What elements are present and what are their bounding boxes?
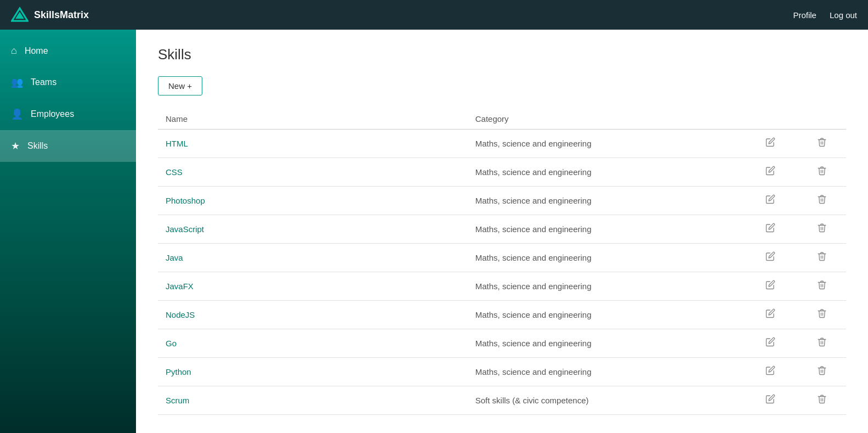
skill-edit-cell	[743, 301, 798, 329]
topnav: SkillsMatrix Profile Log out	[0, 0, 868, 30]
skill-delete-cell	[798, 244, 846, 272]
skill-name-cell: Java	[158, 244, 468, 272]
main-layout: ⌂ Home 👥 Teams 👤 Employees ★ Skills Skil…	[0, 30, 868, 433]
skill-edit-cell	[743, 272, 798, 301]
logo-icon	[11, 6, 29, 24]
skill-name-cell: JavaScript	[158, 215, 468, 244]
skill-name-cell: Go	[158, 329, 468, 358]
edit-icon[interactable]	[765, 396, 775, 406]
skill-name-cell: JavaFX	[158, 272, 468, 301]
skill-category-cell: Maths, science and engineering	[468, 358, 743, 386]
topnav-links: Profile Log out	[793, 10, 857, 20]
app-name: SkillsMatrix	[34, 9, 89, 21]
skill-category-cell: Maths, science and engineering	[468, 187, 743, 215]
page-title: Skills	[158, 46, 846, 63]
edit-icon[interactable]	[765, 224, 775, 235]
edit-icon[interactable]	[765, 282, 775, 292]
delete-icon[interactable]	[817, 282, 827, 292]
delete-icon[interactable]	[817, 396, 827, 406]
skill-delete-cell	[798, 358, 846, 386]
edit-icon[interactable]	[765, 253, 775, 263]
home-icon: ⌂	[11, 45, 17, 57]
skill-edit-cell	[743, 187, 798, 215]
skill-category-cell: Maths, science and engineering	[468, 272, 743, 301]
skill-delete-cell	[798, 272, 846, 301]
delete-icon[interactable]	[817, 339, 827, 349]
col-delete-header	[798, 109, 846, 130]
skill-name-cell: HTML	[158, 130, 468, 158]
table-row: PythonMaths, science and engineering	[158, 358, 846, 386]
table-row: JavaFXMaths, science and engineering	[158, 272, 846, 301]
sidebar-item-skills-label: Skills	[27, 141, 48, 151]
skill-edit-cell	[743, 158, 798, 187]
delete-icon[interactable]	[817, 310, 827, 320]
skill-category-cell: Maths, science and engineering	[468, 301, 743, 329]
sidebar-item-home-label: Home	[25, 46, 48, 56]
col-name-header: Name	[158, 109, 468, 130]
sidebar-item-teams-label: Teams	[31, 77, 56, 87]
skill-category-cell: Maths, science and engineering	[468, 130, 743, 158]
skill-delete-cell	[798, 386, 846, 415]
edit-icon[interactable]	[765, 196, 775, 206]
skill-name-cell: Scrum	[158, 386, 468, 415]
table-row: NodeJSMaths, science and engineering	[158, 301, 846, 329]
edit-icon[interactable]	[765, 310, 775, 320]
skill-delete-cell	[798, 215, 846, 244]
skill-name-cell: NodeJS	[158, 301, 468, 329]
sidebar: ⌂ Home 👥 Teams 👤 Employees ★ Skills	[0, 30, 136, 433]
skill-name-cell: Photoshop	[158, 187, 468, 215]
edit-icon[interactable]	[765, 139, 775, 149]
delete-icon[interactable]	[817, 224, 827, 235]
skill-delete-cell	[798, 187, 846, 215]
table-row: CSSMaths, science and engineering	[158, 158, 846, 187]
skill-category-cell: Maths, science and engineering	[468, 329, 743, 358]
main-content: Skills New + Name Category HTMLMaths, sc…	[136, 30, 868, 433]
skill-delete-cell	[798, 329, 846, 358]
sidebar-item-teams[interactable]: 👥 Teams	[0, 66, 136, 98]
skill-delete-cell	[798, 130, 846, 158]
delete-icon[interactable]	[817, 139, 827, 149]
table-row: ScrumSoft skills (& civic competence)	[158, 386, 846, 415]
skill-category-cell: Soft skills (& civic competence)	[468, 386, 743, 415]
delete-icon[interactable]	[817, 367, 827, 378]
table-row: HTMLMaths, science and engineering	[158, 130, 846, 158]
skills-table: Name Category HTMLMaths, science and eng…	[158, 109, 846, 415]
new-skill-button[interactable]: New +	[158, 76, 202, 95]
profile-link[interactable]: Profile	[793, 10, 816, 20]
skill-category-cell: Maths, science and engineering	[468, 158, 743, 187]
skill-edit-cell	[743, 130, 798, 158]
skill-edit-cell	[743, 329, 798, 358]
skill-edit-cell	[743, 215, 798, 244]
skill-edit-cell	[743, 386, 798, 415]
table-row: PhotoshopMaths, science and engineering	[158, 187, 846, 215]
col-edit-header	[743, 109, 798, 130]
person-icon: 👤	[11, 108, 23, 120]
skill-edit-cell	[743, 244, 798, 272]
sidebar-item-skills[interactable]: ★ Skills	[0, 130, 136, 162]
skill-category-cell: Maths, science and engineering	[468, 215, 743, 244]
edit-icon[interactable]	[765, 167, 775, 178]
table-row: GoMaths, science and engineering	[158, 329, 846, 358]
sidebar-item-employees-label: Employees	[31, 109, 74, 119]
app-logo[interactable]: SkillsMatrix	[11, 6, 793, 24]
skill-edit-cell	[743, 358, 798, 386]
edit-icon[interactable]	[765, 367, 775, 378]
skill-delete-cell	[798, 158, 846, 187]
logout-link[interactable]: Log out	[830, 10, 857, 20]
delete-icon[interactable]	[817, 253, 827, 263]
edit-icon[interactable]	[765, 339, 775, 349]
skill-delete-cell	[798, 301, 846, 329]
sidebar-item-home[interactable]: ⌂ Home	[0, 35, 136, 66]
skill-name-cell: CSS	[158, 158, 468, 187]
table-row: JavaScriptMaths, science and engineering	[158, 215, 846, 244]
people-icon: 👥	[11, 76, 23, 88]
table-header-row: Name Category	[158, 109, 846, 130]
star-icon: ★	[11, 140, 20, 152]
sidebar-item-employees[interactable]: 👤 Employees	[0, 98, 136, 130]
skill-name-cell: Python	[158, 358, 468, 386]
delete-icon[interactable]	[817, 196, 827, 206]
delete-icon[interactable]	[817, 167, 827, 178]
table-row: JavaMaths, science and engineering	[158, 244, 846, 272]
skill-category-cell: Maths, science and engineering	[468, 244, 743, 272]
col-category-header: Category	[468, 109, 743, 130]
